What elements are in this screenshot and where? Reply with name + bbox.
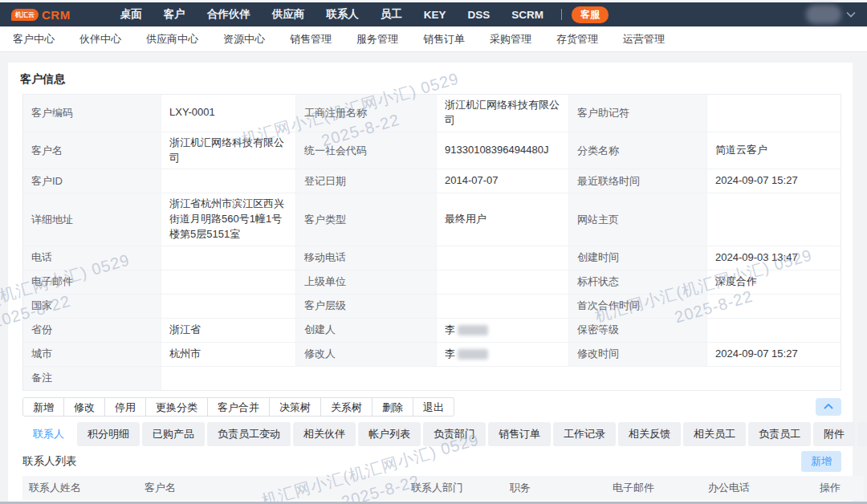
- form-value-text: 李: [445, 347, 455, 362]
- detail-tabs: 联系人积分明细已购产品负责员工变动相关伙伴帐户列表负责部门销售订单工作记录相关反…: [22, 422, 841, 446]
- redacted-value: [458, 325, 488, 335]
- form-value: [707, 295, 841, 318]
- top-menu-item-3[interactable]: 合作伙伴: [207, 7, 250, 22]
- subnav-item-1[interactable]: 客户中心: [13, 32, 55, 47]
- form-row: 电话移动电话创建时间2024-09-03 13:47: [23, 246, 841, 270]
- tab-8[interactable]: 销售订单: [488, 422, 551, 446]
- chevron-down-icon[interactable]: [846, 11, 856, 18]
- subnav-item-2[interactable]: 伙伴中心: [79, 32, 121, 47]
- collapse-button[interactable]: [816, 398, 841, 416]
- form-value: 2014-07-07: [437, 169, 569, 193]
- form-value: 浙江省杭州市滨江区西兴街道月明路560号1幢1号楼第5层5151室: [161, 193, 296, 246]
- form-label: 创建人: [296, 319, 437, 342]
- form-value: 浙江省: [161, 319, 296, 342]
- form-value: [161, 246, 296, 270]
- form-label: 保密等级: [569, 319, 707, 342]
- form-value: 浙江机汇网络科技有限公司: [161, 132, 296, 169]
- toolbar-button-2[interactable]: 修改: [63, 397, 105, 417]
- contact-list-header: 联系人列表 新增: [22, 451, 841, 472]
- subnav-item-4[interactable]: 资源中心: [223, 32, 265, 47]
- top-menu: 桌面客户合作伙伴供应商联系人员工KEYDSSSCRM: [120, 7, 543, 22]
- toolbar-button-9[interactable]: 退出: [413, 397, 454, 417]
- page-title: 客户信息: [8, 72, 853, 87]
- user-area: [806, 5, 856, 24]
- form-value: 简道云客户: [707, 132, 841, 169]
- form-row: 国家客户层级首次合作时间: [23, 295, 841, 319]
- form-label: 工商注册名称: [296, 95, 437, 132]
- toolbar: 新增修改停用更换分类客户合并决策树关系树删除退出: [22, 397, 841, 417]
- column-header-1: 联系人姓名: [22, 476, 138, 500]
- avatar[interactable]: [806, 5, 841, 24]
- form-value: [161, 295, 296, 318]
- form-label: 修改时间: [569, 343, 707, 366]
- form-value: 浙江机汇网络科技有限公司: [437, 95, 569, 132]
- subnav-item-3[interactable]: 供应商中心: [146, 32, 198, 47]
- secondary-navbar: 客户中心伙伴中心供应商中心资源中心销售管理服务管理销售订单采购管理存货管理运营管…: [0, 26, 867, 52]
- chevron-up-icon: [824, 404, 833, 409]
- tab-5[interactable]: 相关伙伴: [293, 422, 356, 446]
- subnav-item-10[interactable]: 运营管理: [623, 32, 665, 47]
- tab-7[interactable]: 负责部门: [423, 422, 486, 446]
- form-value: [437, 270, 569, 294]
- form-value: 2024-09-07 15:27: [707, 169, 841, 193]
- subnav-item-9[interactable]: 存货管理: [556, 32, 598, 47]
- form-value: [161, 169, 296, 193]
- form-value: [161, 367, 841, 390]
- customer-service-badge[interactable]: 客服: [572, 6, 609, 23]
- toolbar-button-7[interactable]: 关系树: [320, 397, 372, 417]
- tab-11[interactable]: 相关员工: [683, 422, 746, 446]
- tab-13[interactable]: 附件: [813, 422, 855, 446]
- tab-12[interactable]: 负责员工: [748, 422, 811, 446]
- form-label: 修改人: [296, 343, 437, 366]
- subnav-item-5[interactable]: 销售管理: [290, 32, 332, 47]
- form-label: 移动电话: [296, 246, 437, 270]
- subnav-item-6[interactable]: 服务管理: [356, 32, 398, 47]
- form-label: 标杆状态: [569, 270, 707, 294]
- form-label: 创建时间: [569, 246, 707, 270]
- form-label: 登记日期: [296, 169, 437, 193]
- form-value: [437, 295, 569, 318]
- form-value: [707, 95, 841, 132]
- top-menu-item-8[interactable]: DSS: [467, 9, 490, 21]
- toolbar-button-4[interactable]: 更换分类: [145, 397, 208, 417]
- form-row: 详细地址浙江省杭州市滨江区西兴街道月明路560号1幢1号楼第5层5151室客户类…: [23, 193, 841, 246]
- form-value: 最终用户: [437, 193, 569, 246]
- toolbar-button-5[interactable]: 客户合并: [207, 397, 270, 417]
- form-label: 客户编码: [23, 95, 161, 132]
- toolbar-button-3[interactable]: 停用: [104, 397, 146, 417]
- top-menu-item-9[interactable]: SCRM: [511, 9, 543, 21]
- toolbar-button-6[interactable]: 决策树: [269, 397, 321, 417]
- top-menu-item-6[interactable]: 员工: [381, 7, 402, 22]
- customer-info-form: 客户编码LXY-0001工商注册名称浙江机汇网络科技有限公司客户助记符客户名浙江…: [22, 94, 841, 391]
- column-header-5: 电子邮件: [606, 476, 702, 500]
- subnav-item-7[interactable]: 销售订单: [423, 32, 465, 47]
- tab-14[interactable]: 销售退货单: [857, 422, 867, 446]
- form-label: 客户名: [23, 132, 161, 169]
- top-menu-item-2[interactable]: 客户: [164, 7, 185, 22]
- column-header-4: 职务: [503, 476, 606, 500]
- top-menu-item-1[interactable]: 桌面: [120, 7, 142, 22]
- tab-4[interactable]: 负责员工变动: [207, 422, 291, 446]
- subnav-item-8[interactable]: 采购管理: [490, 32, 531, 47]
- tab-3[interactable]: 已购产品: [142, 422, 205, 446]
- top-menu-item-5[interactable]: 联系人: [326, 7, 359, 22]
- form-label: 首次合作时间: [569, 295, 707, 318]
- form-label: 分类名称: [569, 132, 707, 169]
- form-label: 上级单位: [296, 270, 437, 294]
- tab-6[interactable]: 帐户列表: [358, 422, 421, 446]
- app-logo[interactable]: 机汇云 CRM: [11, 8, 71, 22]
- tab-10[interactable]: 相关反馈: [618, 422, 681, 446]
- tab-1[interactable]: 联系人: [22, 422, 75, 446]
- form-row: 城市杭州市修改人李修改时间2024-09-07 15:27: [23, 343, 841, 367]
- top-menu-item-7[interactable]: KEY: [424, 9, 446, 21]
- toolbar-button-8[interactable]: 删除: [372, 397, 413, 417]
- toolbar-button-1[interactable]: 新增: [22, 397, 64, 417]
- add-contact-button[interactable]: 新增: [801, 451, 841, 472]
- form-label: 省份: [23, 319, 161, 342]
- top-menu-item-4[interactable]: 供应商: [272, 7, 305, 22]
- form-row: 电子邮件上级单位标杆状态深度合作: [23, 270, 841, 295]
- redacted-value: [458, 349, 488, 360]
- tab-2[interactable]: 积分明细: [77, 422, 140, 446]
- tab-9[interactable]: 工作记录: [553, 422, 616, 446]
- form-label: 网站主页: [569, 193, 707, 246]
